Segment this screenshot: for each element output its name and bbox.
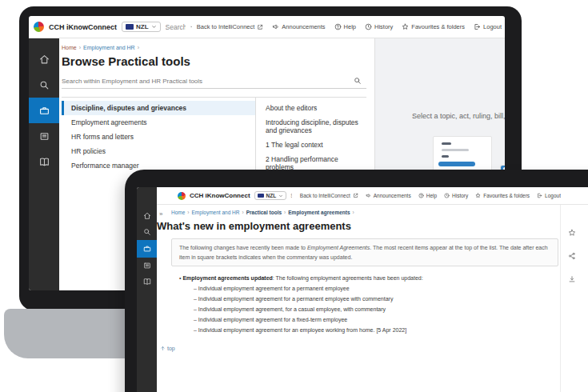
search-icon[interactable] [354,77,362,85]
back-to-intelliconnect-link[interactable]: Back to IntelliConnect [197,23,264,30]
up-arrow-icon [160,346,166,351]
logout-icon [474,23,481,30]
region-label: NZL [136,23,149,30]
breadcrumb-home[interactable]: Home [62,45,77,50]
star-icon [475,193,481,198]
chevron-down-icon [278,194,283,198]
favourites-link[interactable]: Favourites & folders [402,23,465,30]
breadcrumb-home[interactable]: Home [171,210,185,215]
help-link[interactable]: Help [334,23,356,30]
external-link-icon [353,193,358,198]
update-lead-item: Employment agreements updated: The follo… [179,275,560,281]
breadcrumb-current[interactable]: Employment agreements [288,210,350,215]
breadcrumb: Home › Employment and HR › [62,45,366,50]
favourites-link[interactable]: Favourites & folders [475,193,530,198]
sidebar-item-news[interactable] [29,123,59,149]
logout-link[interactable]: Logout [537,193,561,198]
open-book-icon [143,278,151,286]
external-link-icon [257,24,263,30]
nz-flag-icon [126,24,134,30]
sidebar-item-news[interactable] [137,258,157,274]
search-input[interactable]: Search all content [290,193,292,198]
front-main: » Home › Employment and HR › Practical t… [157,205,560,392]
sidebar-item-home[interactable] [137,208,157,224]
help-link[interactable]: Help [418,193,437,198]
favourite-star-icon[interactable] [568,229,576,237]
newspaper-icon [143,262,151,270]
expand-panel-button[interactable]: » [159,210,162,218]
home-icon [143,212,151,220]
history-icon [444,193,450,198]
briefcase-icon [39,106,50,116]
announcements-link[interactable]: Announcements [272,23,325,30]
preview-hint-text: Select a topic, act, ruling, bill, or ot… [375,112,505,120]
breadcrumb: Home › Employment and HR › Practical too… [171,210,560,215]
open-book-icon [39,157,50,167]
home-icon [39,54,50,65]
back-to-intelliconnect-link[interactable]: Back to IntelliConnect [300,193,358,198]
announcements-icon [366,193,371,198]
share-icon[interactable] [568,252,576,260]
update-item: Individual employment agreement for a fi… [194,317,560,322]
sidebar-item-practical-tools[interactable] [137,240,157,258]
search-icon[interactable] [190,22,192,31]
scoped-search-placeholder: Search within Employment and HR Practica… [62,78,202,85]
page-title: What's new in employment agreements [157,220,560,232]
contents-item[interactable]: 1 The legal context [266,138,366,152]
breadcrumb-section[interactable]: Employment and HR [83,45,135,50]
region-selector[interactable]: NZL [122,22,161,32]
scoped-search-field[interactable]: Search within Employment and HR Practica… [62,75,366,89]
back-sidebar [29,38,59,290]
announcements-icon [272,23,279,30]
help-icon [334,23,342,30]
front-sidebar [137,187,157,392]
search-input[interactable]: Search all content [166,23,186,31]
sidebar-item-practical-tools[interactable] [29,98,59,123]
sidebar-item-search[interactable] [137,224,157,240]
logout-icon [537,193,542,198]
sidebar-item-library[interactable] [137,274,157,290]
notice-italic-title: Employment Agreements [307,245,370,250]
history-icon [365,23,372,30]
brand-name[interactable]: CCH iKnowConnect [190,192,250,199]
brand-logo-icon[interactable] [178,192,186,200]
region-label: NZL [266,193,277,198]
front-utility-nav: Back to IntelliConnect Announcements He [300,193,561,198]
contents-item[interactable]: Introducing discipline, disputes and gri… [266,115,366,138]
logout-link[interactable]: Logout [474,23,502,30]
download-icon[interactable] [568,275,576,283]
briefcase-icon [143,245,151,253]
announcements-link[interactable]: Announcements [366,193,411,198]
page-title: Browse Practical tools [62,54,366,68]
back-utility-nav: Back to IntelliConnect Announcements Hel… [197,23,502,30]
breadcrumb-practical-tools[interactable]: Practical tools [246,210,282,215]
search-icon [143,228,151,236]
update-notice-box: The following changes have recently been… [171,238,558,266]
chevron-down-icon [151,24,157,30]
sidebar-item-library[interactable] [29,149,59,174]
breadcrumb-section[interactable]: Employment and HR [192,210,240,215]
brand-logo-icon[interactable] [34,22,44,32]
front-app-window: CCH iKnowConnect NZL Search all content … [137,187,588,392]
nz-flag-icon [258,194,264,198]
region-selector[interactable]: NZL [254,191,287,200]
whats-new-list: Employment agreements updated: The follo… [157,275,560,333]
search-icon [39,80,50,90]
history-link[interactable]: History [365,23,393,30]
sidebar-item-search[interactable] [29,72,59,98]
newspaper-icon [39,131,50,142]
contents-item[interactable]: About the editors [266,101,366,115]
update-item: Individual employment agreement, for a c… [194,306,560,312]
front-topbar: CCH iKnowConnect NZL Search all content … [157,187,588,205]
menu-item[interactable]: Employment agreements [62,115,255,130]
sidebar-item-home[interactable] [29,46,59,72]
menu-item[interactable]: HR forms and letters [62,130,255,144]
star-icon [402,23,409,30]
menu-item[interactable]: Discipline, disputes and grievances [62,101,255,115]
menu-item[interactable]: HR policies [62,144,255,158]
update-item: Individual employment agreement for a pe… [194,296,560,302]
back-to-top-link[interactable]: top [160,346,560,351]
history-link[interactable]: History [444,193,468,198]
brand-name[interactable]: CCH iKnowConnect [49,23,117,31]
back-topbar: CCH iKnowConnect NZL Search all content … [29,16,505,38]
